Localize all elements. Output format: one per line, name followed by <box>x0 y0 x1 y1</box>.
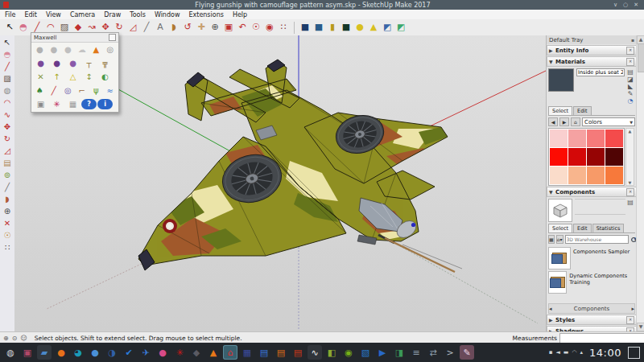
sprayer-icon[interactable]: ⌐ <box>76 84 89 97</box>
color-swatch-f7793b[interactable] <box>605 167 623 184</box>
materials-tab-select[interactable]: Select <box>548 106 572 115</box>
eraser-tool[interactable]: ◓ <box>17 21 30 34</box>
component-button-1[interactable]: ◩ <box>381 21 394 34</box>
tray-expand-icon[interactable]: ▴ <box>580 349 584 356</box>
krita[interactable]: ✳ <box>172 345 187 360</box>
cloud-render-icon[interactable]: ☁ <box>76 43 89 56</box>
paint-bucket-tool[interactable]: ◗ <box>167 21 180 34</box>
image-viewer[interactable]: ◨ <box>392 345 407 360</box>
walk-tool[interactable]: ∷ <box>1 241 14 253</box>
palette-close-icon[interactable] <box>109 34 116 41</box>
tray-pin-icon[interactable]: ▪ <box>631 37 634 43</box>
menu-draw[interactable]: Draw <box>104 11 121 19</box>
lens-icon[interactable]: ◎ <box>61 84 75 97</box>
materials-collection-dropdown[interactable]: Colors ▼ <box>582 117 635 126</box>
warehouse-search-input[interactable] <box>565 235 629 244</box>
component-thumbnail[interactable] <box>548 247 571 269</box>
previous-view-tool[interactable]: ↶ <box>236 21 249 34</box>
maxwell-materials-button[interactable]: ▮ <box>326 21 339 34</box>
scene-preview-icon[interactable]: ● <box>65 57 80 69</box>
volume-icon[interactable]: ◄ <box>555 349 559 356</box>
photos-app[interactable]: ▧ <box>358 345 373 360</box>
styles-panel-header[interactable]: ▶ Styles ✕ <box>547 315 637 325</box>
rectangle-tool[interactable]: ▨ <box>1 72 14 84</box>
secondary-pane-icon[interactable]: ▤ <box>627 199 634 206</box>
menu-window[interactable]: Window <box>155 11 180 19</box>
node-link-icon[interactable]: ✕ <box>33 71 48 83</box>
paint-bucket-icon[interactable]: ◔ <box>628 97 634 105</box>
components-panel-header[interactable]: ▼ Components ✕ <box>547 187 637 197</box>
color-swatch-f57a7a[interactable] <box>587 130 605 147</box>
select-tool[interactable]: ↖ <box>1 36 14 48</box>
pan-tool[interactable]: ✚ <box>195 21 208 34</box>
software-store[interactable]: ▶ <box>375 345 390 360</box>
color-swatch-f8b58d[interactable] <box>568 167 586 184</box>
lock-icon[interactable]: ▪ <box>549 349 553 356</box>
tweaks-app[interactable]: ⇄ <box>426 345 440 360</box>
component-thumbnail[interactable] <box>548 271 567 294</box>
scale-z-icon[interactable]: ↕ <box>81 71 97 83</box>
move-tool[interactable]: ✥ <box>1 121 14 133</box>
component-list-item[interactable]: Components Sampler <box>547 245 637 269</box>
component-list-item[interactable]: Dynamic Components Training <box>547 269 637 294</box>
show-desktop-button[interactable] <box>628 347 640 359</box>
pager-next-icon[interactable]: ▸ <box>631 306 634 312</box>
in-model-icon[interactable]: ⌂▾ <box>556 235 564 244</box>
scale-tool[interactable]: ◿ <box>126 21 139 34</box>
app-menu[interactable]: ◍ <box>3 345 18 360</box>
line-tool[interactable]: ╱ <box>1 60 14 72</box>
emitter-up-icon[interactable]: ↑ <box>49 71 64 83</box>
gunship-model[interactable] <box>119 51 473 285</box>
nvidia-settings[interactable]: ◉ <box>341 345 356 360</box>
settings-app[interactable]: ≡ <box>409 345 423 360</box>
vlc[interactable]: ▲ <box>206 345 221 360</box>
components-tab-edit[interactable]: Edit <box>573 224 592 232</box>
rotate-tool[interactable]: ↻ <box>1 133 14 145</box>
sample-paint-icon[interactable]: ◪ <box>627 76 634 83</box>
file-manager[interactable]: ▰ <box>37 345 52 360</box>
zoom-tool[interactable]: ⊕ <box>208 21 221 34</box>
color-swatch-f5a2a2[interactable] <box>568 130 586 147</box>
maxwell-palette-titlebar[interactable]: Maxwell <box>31 33 118 43</box>
menu-camera[interactable]: Camera <box>70 11 95 19</box>
scene-export-icon[interactable]: ● <box>33 57 48 69</box>
zoom-extents-tool[interactable]: ▣ <box>222 21 235 34</box>
media-app[interactable]: ● <box>155 345 170 360</box>
check-app[interactable]: ✔ <box>122 345 136 360</box>
forward-arrow-icon[interactable]: ▶ <box>559 117 569 126</box>
caution-button[interactable]: ▲ <box>367 21 380 34</box>
eraser-tool[interactable]: ◓ <box>1 48 14 60</box>
paint-app[interactable]: ✎ <box>460 345 474 360</box>
scroll-up-icon[interactable]: ▲ <box>629 129 632 134</box>
paint-bucket-tool[interactable]: ◗ <box>1 193 14 205</box>
menu-help[interactable]: Help <box>233 11 247 19</box>
view-options-icon[interactable]: ▦ <box>548 235 555 244</box>
orbit-tool[interactable]: ↺ <box>181 21 194 34</box>
scroll-down-icon[interactable]: ▼ <box>626 180 634 185</box>
freehand-tool[interactable]: ∿ <box>1 109 14 121</box>
gimp[interactable]: ◑ <box>105 345 119 360</box>
material-preview-swatch[interactable] <box>548 68 574 92</box>
network-render-disabled-icon[interactable]: ● <box>33 43 47 56</box>
entity-info-panel-header[interactable]: ▶ Entity Info ✕ <box>547 45 637 56</box>
scene-settings-icon[interactable]: ● <box>49 57 64 69</box>
geolocation-icon[interactable]: ⊕ <box>3 335 9 342</box>
secondary-pane-icon[interactable]: ▤ <box>627 68 634 76</box>
materials-panel-header[interactable]: ▼ Materials ✕ <box>547 56 637 67</box>
battery-icon[interactable]: ▬ <box>564 349 569 356</box>
measurements-input[interactable] <box>559 333 644 343</box>
menu-view[interactable]: View <box>46 11 61 19</box>
back-arrow-icon[interactable]: ◀ <box>548 117 558 126</box>
circle-tool[interactable]: ◍ <box>1 84 14 97</box>
menu-edit[interactable]: Edit <box>24 11 37 19</box>
render-target-icon[interactable]: ◎ <box>104 43 118 56</box>
maxwell-render-button[interactable]: ■ <box>299 21 312 34</box>
text-tool[interactable]: A <box>154 21 167 34</box>
scroll-down-icon[interactable]: ▼ <box>637 323 644 331</box>
materials-close-icon[interactable]: ✕ <box>626 58 634 66</box>
walk-tool[interactable]: ∷ <box>277 21 290 34</box>
color-swatch-f79a68[interactable] <box>587 167 605 184</box>
components-tab-statistics[interactable]: Statistics <box>592 224 625 232</box>
color-swatch-d40808[interactable] <box>568 148 586 166</box>
eyedropper-icon[interactable]: ✎ <box>628 90 634 97</box>
